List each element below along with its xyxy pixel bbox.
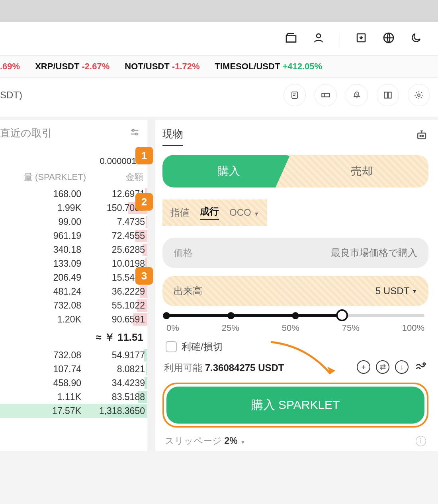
divider: [340, 33, 340, 45]
svg-rect-7: [418, 133, 426, 139]
ticker-item[interactable]: TIMESOL/USDT +412.05%: [215, 61, 323, 72]
orderbook-row[interactable]: 107.748.0821: [0, 362, 147, 376]
alert-icon[interactable]: [346, 84, 368, 106]
tab-spot[interactable]: 現物: [162, 127, 183, 146]
gear-icon[interactable]: [408, 84, 430, 106]
price-field: 価格 最良市場価格で購入: [162, 238, 428, 268]
filter-icon[interactable]: [129, 127, 140, 140]
callout-2: 2: [135, 193, 153, 211]
svg-point-9: [422, 135, 423, 137]
pair-label: SDT): [0, 90, 22, 101]
available-label: 利用可能 7.36084275 USDT: [164, 361, 284, 374]
orderbook-row[interactable]: 1.99K150.7087: [0, 201, 147, 215]
svg-rect-3: [292, 92, 297, 98]
ticker-change: .69%: [0, 61, 20, 71]
user-icon[interactable]: [313, 32, 325, 46]
callout-3: 3: [135, 267, 153, 285]
moon-icon[interactable]: [410, 32, 422, 46]
notes-icon[interactable]: [284, 84, 306, 106]
amount-header: 金額: [126, 171, 143, 183]
svg-point-6: [135, 133, 137, 135]
orderbook-row[interactable]: 133.0910.0198: [0, 257, 147, 271]
orderbook-row[interactable]: 961.1972.4555: [0, 229, 147, 243]
orderbook-row[interactable]: 732.0854.9177: [0, 348, 147, 362]
subbar: SDT): [0, 78, 438, 117]
buy-sell-toggle: 購入 売却: [162, 155, 428, 188]
transfer-icon[interactable]: [414, 360, 427, 375]
svg-point-0: [317, 34, 321, 38]
orderbook-row[interactable]: 732.0855.1022: [0, 299, 147, 313]
oco-tab[interactable]: OCO ▼: [229, 207, 259, 218]
orderbook-row[interactable]: 206.4915.5427: [0, 271, 147, 285]
qty-header: 量 (SPARKLET): [0, 171, 86, 183]
amount-slider[interactable]: 0% 25% 50% 75% 100%: [166, 314, 424, 333]
order-type-tabs: 指値 成行 OCO ▼: [162, 199, 267, 226]
orderbook-row[interactable]: 99.007.4735: [0, 215, 147, 229]
ticker-item[interactable]: NOT/USDT -1.72%: [125, 61, 199, 72]
order-panel: 1 2 3 現物 購入 売却 指値 成行 OCO ▼ 価格 最良市場価格で購入: [155, 120, 438, 451]
book-icon[interactable]: [377, 84, 399, 106]
orderbook-row[interactable]: 458.9034.4239: [0, 376, 147, 390]
plus-icon[interactable]: +: [357, 360, 370, 374]
market-tab[interactable]: 成行: [200, 205, 219, 220]
header-icons: [0, 22, 438, 55]
buy-button[interactable]: 購入 SPARKLET: [166, 387, 424, 424]
download-icon[interactable]: [355, 32, 367, 46]
wallet-icon[interactable]: [285, 31, 297, 47]
down-icon[interactable]: ↓: [395, 360, 409, 374]
buy-button-highlight: 購入 SPARKLET: [162, 383, 428, 428]
ticker-item[interactable]: XRP/USDT -2.67%: [35, 61, 110, 72]
orderbook-row[interactable]: 168.0012.6971: [0, 187, 147, 201]
orderbook-row[interactable]: 17.57K1,318.3650: [0, 404, 147, 418]
ticker-bar: .69% XRP/USDT -2.67% NOT/USDT -1.72% TIM…: [0, 55, 438, 78]
mid-price: ≈ ￥ 11.51: [0, 326, 147, 348]
orderbook-row[interactable]: 481.2436.2229: [0, 285, 147, 299]
limit-tab[interactable]: 指値: [170, 206, 190, 219]
svg-point-10: [423, 363, 425, 365]
svg-point-8: [420, 135, 421, 137]
globe-icon[interactable]: [382, 31, 395, 47]
buy-toggle[interactable]: 購入: [162, 155, 295, 188]
slippage-row: スリッページ 2% ▼ i: [162, 435, 428, 447]
swap-icon[interactable]: ⇄: [376, 360, 389, 374]
callout-1: 1: [135, 147, 153, 164]
recent-trades-title: 直近の取引: [0, 126, 52, 140]
precision-selector[interactable]: 0.000001▼: [0, 145, 147, 170]
orderbook-panel: 直近の取引 0.000001▼ 量 (SPARKLET) 金額 168.0012…: [0, 120, 147, 451]
svg-point-4: [418, 94, 420, 96]
tpsl-toggle[interactable]: 利確/損切: [166, 340, 428, 353]
orderbook-row[interactable]: 1.20K90.6591: [0, 313, 147, 326]
bot-icon[interactable]: [415, 129, 428, 145]
checkbox-icon: [166, 341, 177, 352]
info-icon[interactable]: i: [416, 436, 426, 446]
sell-toggle[interactable]: 売却: [295, 155, 428, 188]
orderbook-row[interactable]: 1.11K83.5188: [0, 390, 147, 404]
orderbook-row[interactable]: 340.1825.6285: [0, 243, 147, 257]
ticket-icon[interactable]: [315, 84, 337, 106]
svg-point-5: [132, 129, 134, 131]
volume-field[interactable]: 出来高 5 USDT ▼: [162, 276, 428, 306]
